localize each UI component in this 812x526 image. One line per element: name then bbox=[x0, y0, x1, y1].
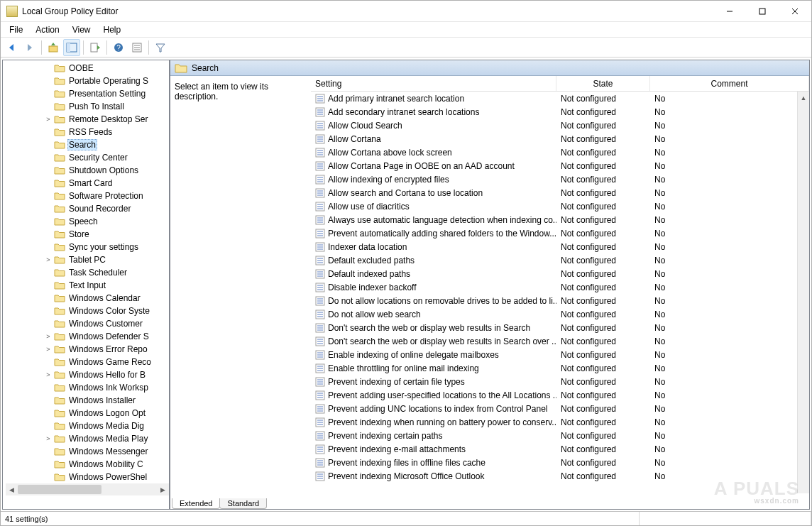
help-button[interactable]: ? bbox=[110, 39, 127, 56]
tree-item[interactable]: Windows Media Dig bbox=[6, 420, 169, 432]
tab-standard[interactable]: Standard bbox=[219, 498, 267, 509]
menu-view[interactable]: View bbox=[67, 23, 97, 36]
list-row[interactable]: Do not allow locations on removable driv… bbox=[311, 294, 809, 307]
list-row[interactable]: Prevent indexing e-mail attachmentsNot c… bbox=[311, 442, 809, 456]
comment-cell: No bbox=[650, 121, 809, 131]
scroll-thumb[interactable] bbox=[18, 485, 102, 494]
scroll-right-icon[interactable]: ▶ bbox=[157, 483, 169, 495]
tree-item[interactable]: Software Protection bbox=[6, 190, 169, 202]
list-row[interactable]: Do not allow web searchNot configuredNo bbox=[311, 307, 809, 321]
horizontal-scrollbar[interactable]: ◀▶ bbox=[6, 483, 169, 495]
toolbar: ? bbox=[1, 38, 811, 57]
list-row[interactable]: Prevent indexing files in offline files … bbox=[311, 456, 809, 469]
menu-action[interactable]: Action bbox=[30, 23, 65, 36]
list-row[interactable]: Prevent indexing certain pathsNot config… bbox=[311, 429, 809, 442]
maximize-button[interactable] bbox=[746, 1, 779, 21]
forward-button[interactable] bbox=[21, 39, 38, 56]
tree-item[interactable]: >Remote Desktop Ser bbox=[6, 113, 169, 126]
list-row[interactable]: Prevent adding UNC locations to index fr… bbox=[311, 402, 809, 415]
list-row[interactable]: Add primary intranet search locationNot … bbox=[311, 92, 809, 105]
column-setting[interactable]: Setting bbox=[311, 76, 556, 91]
list-body[interactable]: Add primary intranet search locationNot … bbox=[311, 92, 809, 493]
tree-item[interactable]: Text Input bbox=[6, 279, 169, 292]
tree-item[interactable]: Windows Customer bbox=[6, 317, 169, 330]
scroll-track[interactable] bbox=[18, 483, 157, 495]
tree-item[interactable]: Speech bbox=[6, 215, 169, 228]
expand-icon[interactable]: > bbox=[44, 333, 53, 340]
list-row[interactable]: Prevent indexing Microsoft Office Outloo… bbox=[311, 469, 809, 483]
list-row[interactable]: Add secondary intranet search locationsN… bbox=[311, 105, 809, 119]
tree-item[interactable]: Store bbox=[6, 228, 169, 241]
tree-item[interactable]: Windows Messenger bbox=[6, 445, 169, 458]
tree-item[interactable]: Security Center bbox=[6, 151, 169, 164]
tree-item[interactable]: Push To Install bbox=[6, 100, 169, 113]
minimize-button[interactable] bbox=[713, 1, 746, 21]
scroll-up-icon[interactable]: ▲ bbox=[798, 92, 809, 104]
list-row[interactable]: Don't search the web or display web resu… bbox=[311, 321, 809, 334]
tree-item[interactable]: Search bbox=[6, 138, 169, 151]
list-row[interactable]: Indexer data locationNot configuredNo bbox=[311, 240, 809, 253]
properties-button[interactable] bbox=[128, 39, 146, 56]
list-row[interactable]: Allow Cortana Page in OOBE on an AAD acc… bbox=[311, 159, 809, 172]
tree-item[interactable]: Smart Card bbox=[6, 177, 169, 190]
expand-icon[interactable]: > bbox=[44, 435, 53, 442]
list-row[interactable]: Enable indexing of online delegate mailb… bbox=[311, 348, 809, 361]
list-row[interactable]: Allow CortanaNot configuredNo bbox=[311, 132, 809, 146]
vertical-scrollbar[interactable]: ▲ bbox=[797, 92, 809, 493]
tree-item[interactable]: Sound Recorder bbox=[6, 202, 169, 215]
tree-item[interactable]: Windows Installer bbox=[6, 394, 169, 407]
list-row[interactable]: Allow search and Cortana to use location… bbox=[311, 186, 809, 199]
tree-item[interactable]: Windows Logon Opt bbox=[6, 407, 169, 420]
tree-item[interactable]: Windows Color Syste bbox=[6, 305, 169, 317]
tree-item[interactable]: Sync your settings bbox=[6, 241, 169, 253]
show-hide-tree-button[interactable] bbox=[63, 39, 80, 56]
tree-pane[interactable]: OOBEPortable Operating SPresentation Set… bbox=[2, 60, 170, 510]
tree-item[interactable]: Portable Operating S bbox=[6, 75, 169, 87]
scroll-left-icon[interactable]: ◀ bbox=[6, 483, 18, 495]
expand-icon[interactable]: > bbox=[44, 346, 53, 353]
tree-item[interactable]: Windows Game Reco bbox=[6, 356, 169, 368]
tree-item[interactable]: >Windows Media Play bbox=[6, 432, 169, 445]
tree-item[interactable]: OOBE bbox=[6, 62, 169, 75]
menu-help[interactable]: Help bbox=[98, 23, 127, 36]
tree-item[interactable]: >Windows Defender S bbox=[6, 330, 169, 343]
folder-icon bbox=[54, 446, 65, 456]
expand-icon[interactable]: > bbox=[44, 256, 53, 263]
close-button[interactable] bbox=[779, 1, 811, 21]
column-comment[interactable]: Comment bbox=[650, 76, 809, 91]
tree-item[interactable]: Windows PowerShel bbox=[6, 471, 169, 483]
list-row[interactable]: Enable throttling for online mail indexi… bbox=[311, 361, 809, 375]
filter-button[interactable] bbox=[152, 39, 169, 56]
expand-icon[interactable]: > bbox=[44, 116, 53, 123]
up-folder-button[interactable] bbox=[45, 39, 62, 56]
list-row[interactable]: Prevent indexing of certain file typesNo… bbox=[311, 375, 809, 388]
list-row[interactable]: Prevent adding user-specified locations … bbox=[311, 388, 809, 402]
tree-item[interactable]: >Windows Error Repo bbox=[6, 343, 169, 356]
tree-item[interactable]: >Tablet PC bbox=[6, 253, 169, 266]
list-row[interactable]: Don't search the web or display web resu… bbox=[311, 334, 809, 348]
list-row[interactable]: Allow indexing of encrypted filesNot con… bbox=[311, 172, 809, 186]
back-button[interactable] bbox=[3, 39, 20, 56]
list-row[interactable]: Always use automatic language detection … bbox=[311, 213, 809, 226]
list-row[interactable]: Allow Cloud SearchNot configuredNo bbox=[311, 119, 809, 132]
list-row[interactable]: Prevent indexing when running on battery… bbox=[311, 415, 809, 429]
tree-item[interactable]: >Windows Hello for B bbox=[6, 368, 169, 381]
list-row[interactable]: Allow use of diacriticsNot configuredNo bbox=[311, 199, 809, 213]
list-row[interactable]: Default excluded pathsNot configuredNo bbox=[311, 253, 809, 267]
tree-item[interactable]: Task Scheduler bbox=[6, 266, 169, 279]
list-row[interactable]: Prevent automatically adding shared fold… bbox=[311, 226, 809, 240]
column-state[interactable]: State bbox=[556, 76, 650, 91]
menu-file[interactable]: File bbox=[4, 23, 28, 36]
tree-item[interactable]: Windows Ink Worksp bbox=[6, 381, 169, 394]
tree-item[interactable]: Windows Calendar bbox=[6, 292, 169, 305]
list-row[interactable]: Allow Cortana above lock screenNot confi… bbox=[311, 146, 809, 159]
list-row[interactable]: Default indexed pathsNot configuredNo bbox=[311, 267, 809, 280]
tab-extended[interactable]: Extended bbox=[172, 498, 220, 509]
tree-item[interactable]: RSS Feeds bbox=[6, 126, 169, 138]
list-row[interactable]: Disable indexer backoffNot configuredNo bbox=[311, 280, 809, 294]
tree-item[interactable]: Shutdown Options bbox=[6, 164, 169, 177]
tree-item[interactable]: Windows Mobility C bbox=[6, 458, 169, 471]
expand-icon[interactable]: > bbox=[44, 371, 53, 378]
export-list-button[interactable] bbox=[87, 39, 104, 56]
tree-item[interactable]: Presentation Setting bbox=[6, 87, 169, 100]
